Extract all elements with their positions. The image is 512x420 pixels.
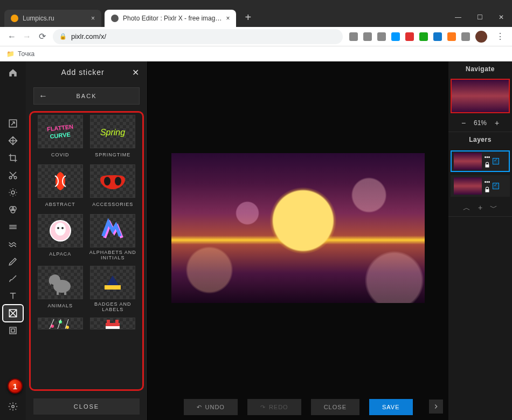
tab-lumpics[interactable]: Lumpics.ru × — [4, 10, 101, 27]
liquify-tool[interactable] — [3, 236, 23, 252]
text-tool[interactable] — [3, 288, 23, 304]
arrow-left-icon: ← — [34, 91, 53, 101]
chevron-down-icon[interactable]: ﹀ — [490, 203, 497, 213]
panel-close-button[interactable]: CLOSE — [33, 398, 140, 415]
category-label: ALPHABETS AND INITIALS — [89, 247, 137, 264]
layer-item[interactable]: ••• — [451, 150, 510, 172]
undo-button[interactable]: ↶UNDO — [184, 399, 238, 415]
category-springtime[interactable]: Spring SPRINGTIME — [89, 115, 137, 162]
ext-icon[interactable] — [447, 32, 456, 41]
svg-rect-8 — [10, 327, 16, 334]
back-button[interactable]: ← BACK — [33, 87, 140, 105]
lock-icon — [484, 187, 490, 193]
category-label: ACCESSORIES — [92, 198, 133, 212]
crop-tool[interactable] — [3, 150, 23, 166]
zoom-in[interactable]: + — [492, 119, 502, 127]
category-label: SPRINGTIME — [95, 148, 130, 162]
frame-tool[interactable] — [3, 322, 23, 339]
category-covid[interactable]: FLATTENCURVE COVID — [36, 115, 85, 162]
svg-point-15 — [115, 177, 121, 185]
category-badges[interactable]: BADGES AND LABELS — [89, 266, 137, 315]
category-partial-2[interactable] — [89, 318, 137, 329]
cut-tool[interactable] — [3, 167, 23, 183]
category-label: ANIMALS — [47, 299, 73, 313]
svg-rect-25 — [105, 285, 121, 290]
redo-button: ↷REDO — [247, 399, 301, 415]
more-icon[interactable]: ••• — [485, 180, 490, 185]
visibility-checkbox[interactable] — [493, 183, 499, 189]
bookmark-folder[interactable]: Точка — [18, 50, 34, 58]
close-icon[interactable]: × — [222, 15, 230, 22]
add-layer-icon[interactable]: + — [478, 203, 482, 213]
browser-menu[interactable]: ⋮ — [493, 31, 508, 42]
tab-favicon — [111, 15, 119, 22]
ext-icon[interactable] — [461, 32, 470, 41]
category-alphabets[interactable]: ALPHABETS AND INITIALS — [89, 214, 137, 264]
settings-tool[interactable] — [3, 398, 23, 415]
ext-icon[interactable] — [377, 32, 386, 41]
more-icon[interactable]: ••• — [485, 155, 490, 160]
close-button[interactable]: CLOSE — [311, 399, 359, 415]
svg-point-19 — [57, 227, 59, 229]
retouch-tool[interactable] — [3, 253, 23, 270]
right-panel: Navigate − 61% + Layers ••• ••• — [448, 61, 512, 420]
svg-rect-23 — [57, 291, 59, 295]
category-accessories[interactable]: ACCESSORIES — [89, 164, 137, 212]
sticker-categories-highlight: FLATTENCURVE COVID Spring SPRINGTIME ABS… — [29, 111, 144, 391]
expand-icon[interactable] — [429, 400, 443, 414]
undo-icon: ↶ — [197, 404, 202, 411]
bottom-bar: ↶UNDO ↷REDO CLOSE SAVE — [148, 394, 448, 420]
chevron-up-icon[interactable]: ︿ — [463, 203, 471, 213]
visibility-checkbox[interactable] — [493, 158, 499, 164]
svg-rect-31 — [107, 320, 110, 323]
element-tool[interactable] — [3, 305, 23, 321]
ext-icon[interactable] — [349, 32, 358, 41]
category-animals[interactable]: ANIMALS — [36, 266, 85, 315]
category-alpaca[interactable]: ALPACA — [36, 214, 85, 264]
address-bar: ← → ⟳ 🔒 pixlr.com/x/ ⋮ — [0, 27, 512, 46]
tab-title: Lumpics.ru — [23, 15, 54, 22]
navigate-thumbnail[interactable] — [451, 79, 510, 113]
home-tool[interactable] — [3, 65, 23, 81]
close-icon[interactable]: × — [87, 15, 95, 22]
category-label: COVID — [51, 148, 70, 162]
browser-tabstrip: Lumpics.ru × Photo Editor : Pixlr X - fr… — [0, 8, 512, 27]
move-tool[interactable] — [3, 133, 23, 149]
nav-back[interactable]: ← — [4, 32, 19, 42]
profile-avatar[interactable] — [475, 31, 487, 43]
draw-tool[interactable] — [3, 271, 23, 287]
nav-reload[interactable]: ⟳ — [34, 31, 50, 42]
layers-heading: Layers — [448, 132, 512, 147]
open-tool[interactable] — [3, 115, 23, 132]
category-abstract[interactable]: ABSTRACT — [36, 164, 85, 212]
svg-text:Spring: Spring — [100, 128, 125, 137]
panel-close-icon[interactable]: ✕ — [132, 67, 140, 78]
canvas-image[interactable] — [171, 153, 425, 303]
zoom-out[interactable]: − — [459, 119, 468, 127]
nav-forward: → — [19, 32, 34, 42]
new-tab-button[interactable]: + — [239, 11, 257, 24]
ext-icon[interactable] — [405, 32, 414, 41]
category-partial-1[interactable] — [36, 318, 85, 329]
bookmarks-bar: 📁 Точка — [0, 46, 512, 61]
ext-icon[interactable] — [391, 32, 400, 41]
window-maximize[interactable]: ☐ — [469, 13, 490, 21]
window-minimize[interactable]: ― — [447, 13, 469, 21]
ext-icon[interactable] — [363, 32, 372, 41]
url-text: pixlr.com/x/ — [71, 32, 106, 40]
ext-icon[interactable] — [433, 32, 442, 41]
omnibox[interactable]: 🔒 pixlr.com/x/ — [53, 29, 343, 44]
svg-point-3 — [11, 191, 15, 194]
filter-tool[interactable] — [3, 202, 23, 218]
folder-icon: 📁 — [6, 50, 15, 58]
effect-tool[interactable] — [3, 219, 23, 235]
tab-pixlr[interactable]: Photo Editor : Pixlr X - free imag… × — [105, 10, 236, 27]
svg-point-14 — [104, 177, 110, 185]
layer-item[interactable]: ••• — [451, 175, 510, 197]
save-button[interactable]: SAVE — [369, 399, 413, 415]
panel-title: Add sticker — [33, 68, 132, 77]
window-close[interactable]: ✕ — [490, 13, 512, 21]
ext-icon[interactable] — [419, 32, 428, 41]
svg-point-18 — [55, 223, 66, 236]
adjust-tool[interactable] — [3, 184, 23, 201]
